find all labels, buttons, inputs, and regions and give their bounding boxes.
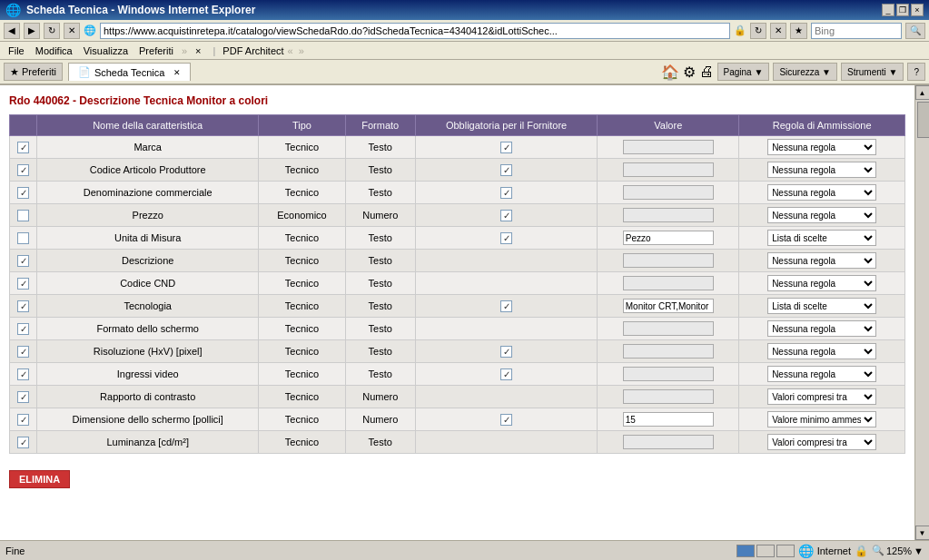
- row-obbligatoria-cell[interactable]: [415, 363, 597, 386]
- row-checkbox[interactable]: [17, 391, 29, 403]
- row-valore-cell[interactable]: [598, 386, 739, 408]
- row-checkbox-cell[interactable]: [10, 250, 37, 272]
- row-regola-cell[interactable]: Nessuna regolaLista di scelteValori comp…: [739, 136, 905, 159]
- menu-close-tab[interactable]: ×: [191, 44, 205, 57]
- row-valore-cell[interactable]: [598, 363, 739, 386]
- search-input[interactable]: [811, 23, 902, 39]
- obbligatoria-checkbox[interactable]: [500, 210, 512, 221]
- row-regola-cell[interactable]: Nessuna regolaLista di scelteValori comp…: [739, 250, 905, 272]
- row-regola-select[interactable]: Nessuna regolaLista di scelteValori comp…: [767, 184, 876, 201]
- row-checkbox[interactable]: [17, 164, 29, 176]
- row-regola-select[interactable]: Nessuna regolaLista di scelteValori comp…: [767, 230, 876, 246]
- obbligatoria-checkbox[interactable]: [500, 164, 512, 176]
- row-checkbox[interactable]: [17, 414, 29, 426]
- row-valore-cell[interactable]: [598, 295, 739, 318]
- row-obbligatoria-cell[interactable]: [415, 431, 597, 454]
- row-regola-cell[interactable]: Nessuna regolaLista di scelteValori comp…: [739, 204, 905, 227]
- row-regola-select[interactable]: Nessuna regolaLista di scelteValori comp…: [767, 343, 876, 359]
- row-checkbox-cell[interactable]: [10, 318, 37, 340]
- strumenti-button[interactable]: Strumenti ▼: [841, 63, 904, 81]
- row-checkbox-cell[interactable]: [10, 295, 37, 318]
- help-button[interactable]: ?: [907, 63, 925, 81]
- row-regola-select[interactable]: Nessuna regolaLista di scelteValori comp…: [767, 252, 876, 269]
- row-valore-cell[interactable]: [598, 272, 739, 295]
- row-valore-cell[interactable]: [598, 318, 739, 340]
- row-checkbox-cell[interactable]: [10, 159, 37, 182]
- row-regola-select[interactable]: Nessuna regolaLista di scelteValori comp…: [767, 207, 876, 223]
- row-regola-cell[interactable]: Nessuna regolaLista di scelteValori comp…: [739, 386, 905, 408]
- row-regola-select[interactable]: Nessuna regolaLista di scelteValori comp…: [767, 388, 876, 405]
- row-valore-cell[interactable]: [598, 159, 739, 182]
- row-checkbox-cell[interactable]: [10, 363, 37, 386]
- back-button[interactable]: ◀: [4, 23, 20, 39]
- row-valore-input[interactable]: [623, 140, 714, 154]
- row-regola-select[interactable]: Nessuna regolaLista di scelteValori comp…: [767, 162, 876, 178]
- row-checkbox[interactable]: [17, 142, 29, 153]
- row-obbligatoria-cell[interactable]: [415, 182, 597, 204]
- row-valore-cell[interactable]: [598, 250, 739, 272]
- search-button[interactable]: 🔍: [905, 23, 925, 39]
- obbligatoria-checkbox[interactable]: [500, 346, 512, 358]
- row-checkbox-cell[interactable]: [10, 340, 37, 363]
- close-button[interactable]: ×: [911, 4, 924, 16]
- row-regola-cell[interactable]: Nessuna regolaLista di scelteValori comp…: [739, 182, 905, 204]
- row-valore-cell[interactable]: [598, 136, 739, 159]
- row-obbligatoria-cell[interactable]: [415, 250, 597, 272]
- row-checkbox[interactable]: [17, 437, 29, 448]
- row-checkbox-cell[interactable]: [10, 136, 37, 159]
- row-checkbox-cell[interactable]: [10, 182, 37, 204]
- row-regola-select[interactable]: Nessuna regolaLista di scelteValori comp…: [767, 366, 876, 382]
- row-checkbox-cell[interactable]: [10, 431, 37, 454]
- row-obbligatoria-cell[interactable]: [415, 159, 597, 182]
- row-valore-input[interactable]: [623, 367, 714, 381]
- row-checkbox-cell[interactable]: [10, 386, 37, 408]
- row-valore-cell[interactable]: [598, 408, 739, 431]
- menu-preferiti[interactable]: Preferiti: [134, 44, 178, 57]
- menu-visualizza[interactable]: Visualizza: [79, 44, 133, 57]
- scroll-thumb[interactable]: [917, 102, 930, 138]
- forward-button[interactable]: ▶: [24, 23, 40, 39]
- row-regola-cell[interactable]: Nessuna regolaLista di scelteValori comp…: [739, 272, 905, 295]
- row-valore-cell[interactable]: [598, 182, 739, 204]
- minimize-button[interactable]: _: [882, 4, 894, 16]
- row-checkbox-cell[interactable]: [10, 272, 37, 295]
- refresh-small-button[interactable]: ↻: [750, 23, 766, 39]
- row-obbligatoria-cell[interactable]: [415, 136, 597, 159]
- obbligatoria-checkbox[interactable]: [500, 142, 512, 153]
- row-obbligatoria-cell[interactable]: [415, 204, 597, 227]
- stop-button[interactable]: ✕: [64, 23, 80, 39]
- address-input[interactable]: [100, 23, 730, 39]
- row-obbligatoria-cell[interactable]: [415, 272, 597, 295]
- restore-button[interactable]: ❒: [896, 4, 909, 16]
- row-checkbox[interactable]: [17, 232, 29, 244]
- row-checkbox-cell[interactable]: [10, 204, 37, 227]
- row-valore-input[interactable]: [623, 253, 714, 268]
- row-checkbox[interactable]: [17, 346, 29, 358]
- row-regola-select[interactable]: Nessuna regolaLista di scelteValori comp…: [767, 139, 876, 155]
- row-valore-cell[interactable]: [598, 204, 739, 227]
- obbligatoria-checkbox[interactable]: [500, 414, 512, 426]
- row-obbligatoria-cell[interactable]: [415, 295, 597, 318]
- row-valore-input[interactable]: [623, 162, 714, 177]
- scroll-down-button[interactable]: ▼: [915, 526, 930, 540]
- elimina-button[interactable]: ELIMINA: [9, 470, 70, 488]
- row-obbligatoria-cell[interactable]: [415, 408, 597, 431]
- row-checkbox-cell[interactable]: [10, 408, 37, 431]
- scroll-up-button[interactable]: ▲: [915, 85, 930, 100]
- row-checkbox[interactable]: [17, 323, 29, 335]
- row-checkbox[interactable]: [17, 368, 29, 380]
- row-valore-input[interactable]: [623, 208, 714, 222]
- row-regola-cell[interactable]: Nessuna regolaLista di scelteValori comp…: [739, 408, 905, 431]
- row-valore-input[interactable]: [623, 276, 714, 290]
- row-regola-select[interactable]: Nessuna regolaLista di scelteValori comp…: [767, 320, 876, 337]
- tab-close-icon[interactable]: ✕: [173, 68, 181, 77]
- favorites-button[interactable]: ★ Preferiti: [4, 63, 63, 81]
- row-regola-cell[interactable]: Nessuna regolaLista di scelteValori comp…: [739, 363, 905, 386]
- obbligatoria-checkbox[interactable]: [500, 232, 512, 244]
- row-regola-cell[interactable]: Nessuna regolaLista di scelteValori comp…: [739, 227, 905, 250]
- obbligatoria-checkbox[interactable]: [500, 300, 512, 312]
- row-obbligatoria-cell[interactable]: [415, 386, 597, 408]
- row-regola-select[interactable]: Nessuna regolaLista di scelteValori comp…: [767, 411, 876, 427]
- row-valore-input[interactable]: [623, 389, 714, 404]
- row-regola-cell[interactable]: Nessuna regolaLista di scelteValori comp…: [739, 318, 905, 340]
